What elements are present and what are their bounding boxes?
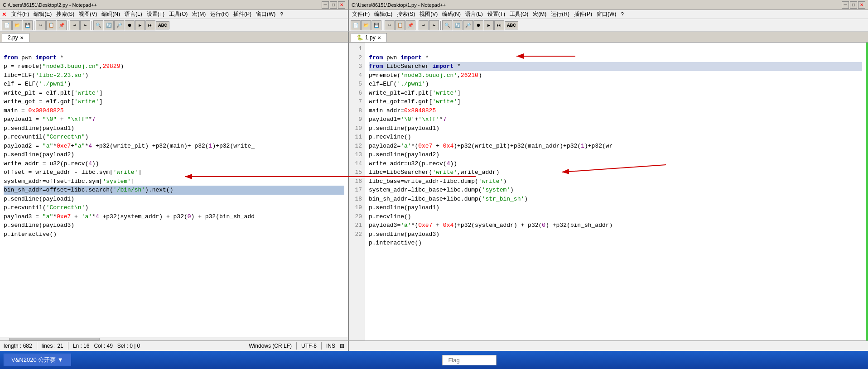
tb-run2-right[interactable]: ⏭ bbox=[494, 20, 504, 30]
linenum-14: 14 bbox=[352, 159, 362, 168]
left-menu-bar: ✕ 文件(F) 编辑(E) 搜索(S) 视图(V) 编码(N) 语言(L) 设置… bbox=[0, 10, 349, 19]
left-scrollbar-h[interactable] bbox=[0, 337, 348, 340]
rcode-11: payload2='a'*(0xe7 + 0x4)+p32(write_plt)… bbox=[369, 143, 612, 149]
menu-search-left[interactable]: 搜索(S) bbox=[55, 10, 76, 18]
menu-plugin-left[interactable]: 插件(P) bbox=[232, 10, 253, 18]
tb-paste-right[interactable]: 📌 bbox=[405, 20, 415, 30]
menu-encode-right[interactable]: 编码(N) bbox=[441, 10, 462, 18]
tb-abc-right[interactable]: ABC bbox=[505, 21, 518, 29]
close-button-right[interactable]: ✕ bbox=[858, 1, 865, 9]
tb-new-left[interactable]: 📄 bbox=[2, 20, 12, 30]
flag-input[interactable] bbox=[442, 355, 497, 365]
menu-run-left[interactable]: 运行(R) bbox=[209, 10, 230, 18]
menu-window-right[interactable]: 窗口(W) bbox=[595, 10, 617, 18]
rcode-12: p.sendline(payload2) bbox=[369, 151, 439, 158]
menu-encode-left[interactable]: 编码(N) bbox=[100, 10, 121, 18]
menu-file-left[interactable]: 文件(F) bbox=[10, 10, 30, 18]
tb-new-right[interactable]: 📄 bbox=[351, 20, 361, 30]
menu-edit-right[interactable]: 编辑(E) bbox=[373, 10, 394, 18]
linenum-21: 21 bbox=[352, 221, 362, 230]
tb-run2-left[interactable]: ⏭ bbox=[145, 20, 155, 30]
tab-1py-close[interactable]: ✕ bbox=[377, 35, 381, 40]
right-editor[interactable]: 1 2 3 4 5 6 7 8 9 10 11 12 13 14 15 16 1 bbox=[349, 43, 868, 340]
menu-settings-right[interactable]: 设置(T) bbox=[486, 10, 506, 18]
tb-record-left[interactable]: ⏺ bbox=[125, 20, 135, 30]
tab-2py-label: 2.py bbox=[8, 34, 18, 41]
left-editor[interactable]: from pwn import * p = remote("node3.buuo… bbox=[0, 43, 349, 340]
tb-record-right[interactable]: ⏺ bbox=[473, 20, 483, 30]
minimize-button-left[interactable]: ─ bbox=[322, 1, 329, 9]
right-code-area: from pwn import * from LibcSearcher impo… bbox=[365, 43, 866, 340]
menu-view-right[interactable]: 视图(V) bbox=[418, 10, 439, 18]
tb-copy-left[interactable]: 📋 bbox=[46, 20, 56, 30]
linenum-10: 10 bbox=[352, 124, 362, 133]
status-ln: Ln : 16 bbox=[73, 343, 90, 349]
menu-edit-left[interactable]: 编辑(E) bbox=[32, 10, 53, 18]
tb-abc-left[interactable]: ABC bbox=[156, 21, 169, 29]
linenum-8: 8 bbox=[352, 106, 362, 115]
menu-help-right[interactable]: ? bbox=[619, 11, 625, 18]
menu-plugin-right[interactable]: 插件(P) bbox=[573, 10, 593, 18]
tb-save-right[interactable]: 💾 bbox=[371, 20, 381, 30]
maximize-button-right[interactable]: □ bbox=[850, 1, 857, 9]
menu-view-left[interactable]: 视图(V) bbox=[77, 10, 98, 18]
close-button-left[interactable]: ✕ bbox=[338, 1, 345, 9]
tb-find-left[interactable]: 🔍 bbox=[93, 20, 103, 30]
tb-undo-left[interactable]: ↩ bbox=[70, 20, 80, 30]
status-length: length : 682 bbox=[4, 343, 32, 349]
tb-copy-right[interactable]: 📋 bbox=[395, 20, 405, 30]
menu-file-right[interactable]: 文件(F) bbox=[351, 10, 371, 18]
tb-replace-right[interactable]: 🔄 bbox=[453, 20, 463, 30]
menu-help-left[interactable]: ? bbox=[279, 11, 285, 18]
tb-paste-left[interactable]: 📌 bbox=[57, 20, 67, 30]
code-line-3-left: libc=ELF('libc-2.23.so') bbox=[4, 72, 88, 79]
tab-2py[interactable]: 2.py ✕ bbox=[2, 33, 29, 42]
menu-window-left[interactable]: 窗口(W) bbox=[255, 10, 277, 18]
menu-search-right[interactable]: 搜索(S) bbox=[395, 10, 416, 18]
linenum-7: 7 bbox=[352, 97, 362, 106]
rcode-1: from pwn import * bbox=[369, 54, 429, 61]
tb-find-right[interactable]: 🔍 bbox=[442, 20, 452, 30]
tb-cut-left[interactable]: ✂ bbox=[36, 20, 46, 30]
tb-redo-left[interactable]: ↪ bbox=[80, 20, 90, 30]
status-resize-left[interactable]: ⊞ bbox=[340, 343, 344, 349]
menu-tools-right[interactable]: 工具(O) bbox=[508, 10, 530, 18]
left-tab-bar: 2.py ✕ bbox=[0, 32, 349, 43]
menu-lang-right[interactable]: 语言(L) bbox=[464, 10, 484, 18]
tb-open-right[interactable]: 📂 bbox=[361, 20, 371, 30]
status-ins: INS bbox=[326, 343, 335, 349]
left-menu-close-x[interactable]: ✕ bbox=[2, 11, 6, 18]
menu-macro-right[interactable]: 宏(M) bbox=[531, 10, 548, 18]
menu-tools-left[interactable]: 工具(O) bbox=[168, 10, 189, 18]
minimize-button-right[interactable]: ─ bbox=[842, 1, 849, 9]
menu-macro-left[interactable]: 宏(M) bbox=[191, 10, 207, 18]
linenum-16: 16 bbox=[352, 177, 362, 186]
tb-cut-right[interactable]: ✂ bbox=[385, 20, 395, 30]
tab-1py[interactable]: 🐍 1.py ✕ bbox=[351, 33, 387, 42]
linenum-4: 4 bbox=[352, 71, 362, 80]
menu-lang-left[interactable]: 语言(L) bbox=[123, 10, 144, 18]
tab-2py-close[interactable]: ✕ bbox=[20, 35, 24, 40]
tb-save-left[interactable]: 💾 bbox=[23, 20, 33, 30]
tb-replace-left[interactable]: 🔄 bbox=[104, 20, 114, 30]
tb-zoom-in-right[interactable]: 🔎 bbox=[463, 20, 473, 30]
maximize-button-left[interactable]: □ bbox=[330, 1, 337, 9]
right-line-numbers: 1 2 3 4 5 6 7 8 9 10 11 12 13 14 15 16 1 bbox=[349, 43, 365, 340]
tb-sep2-right bbox=[417, 21, 417, 30]
right-menu-bar: 文件(F) 编辑(E) 搜索(S) 视图(V) 编码(N) 语言(L) 设置(T… bbox=[349, 10, 868, 19]
tb-sep1-right bbox=[383, 21, 383, 30]
linenum-20: 20 bbox=[352, 212, 362, 221]
taskbar-contest-button[interactable]: V&N2020 公开赛 ▼ bbox=[4, 354, 71, 366]
menu-run-right[interactable]: 运行(R) bbox=[550, 10, 571, 18]
code-line-8-left: payload1 = "\0" + "\xff"*7 bbox=[4, 116, 96, 123]
menu-settings-left[interactable]: 设置(T) bbox=[145, 10, 166, 18]
tb-redo-right[interactable]: ↪ bbox=[429, 20, 439, 30]
tb-open-left[interactable]: 📂 bbox=[12, 20, 22, 30]
tb-play-left[interactable]: ▶ bbox=[135, 20, 145, 30]
tb-undo-right[interactable]: ↩ bbox=[419, 20, 429, 30]
status-col: Col : 49 bbox=[94, 343, 112, 349]
tb-zoom-in-left[interactable]: 🔎 bbox=[114, 20, 124, 30]
tb-play-right[interactable]: ▶ bbox=[484, 20, 494, 30]
left-code-area: from pwn import * p = remote("node3.buuo… bbox=[0, 43, 348, 337]
code-line-5-left: write_plt = elf.plt['write'] bbox=[4, 90, 102, 96]
